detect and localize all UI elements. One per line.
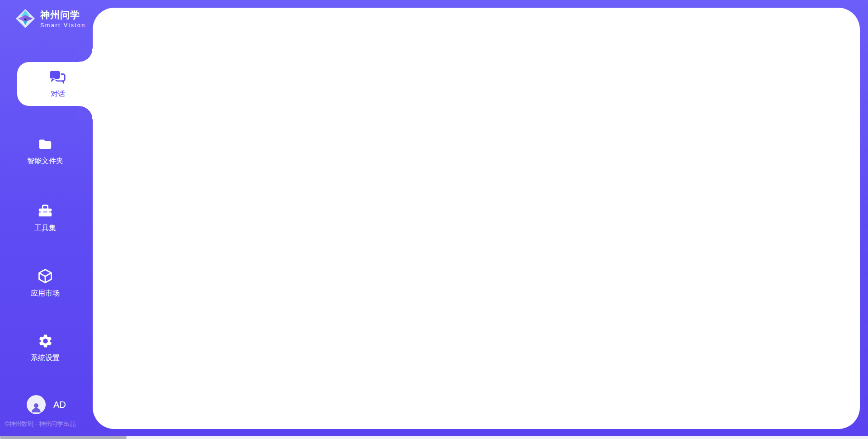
sidebar-item-settings[interactable]: 系统设置 <box>0 333 90 363</box>
sidebar-item-label: 工具集 <box>0 224 90 233</box>
cube-icon <box>37 268 53 284</box>
brand-name: 神州问学 <box>40 9 86 21</box>
brand-subtitle: Smart Vision <box>40 22 86 29</box>
brand: 神州问学 Smart Vision <box>15 8 86 29</box>
avatar <box>27 395 46 414</box>
sidebar-item-chat[interactable]: 对话 <box>17 62 99 106</box>
gem-logo-icon <box>15 8 36 29</box>
user-profile[interactable]: AD <box>27 395 66 414</box>
sidebar-item-toolset[interactable]: 工具集 <box>0 204 90 233</box>
sidebar-item-smart-folders[interactable]: 智能文件夹 <box>0 137 90 166</box>
toolbox-icon <box>38 204 53 219</box>
chat-bubbles-icon <box>48 69 67 88</box>
person-avatar-icon <box>29 401 43 414</box>
sidebar-item-label: 应用市场 <box>0 289 90 298</box>
folder-icon <box>38 137 53 152</box>
app-root: 神州问学 Smart Vision 对话 智能文件夹 工具集 <box>0 0 868 439</box>
horizontal-scrollbar[interactable] <box>0 436 868 439</box>
sidebar-item-label: 对话 <box>51 90 65 99</box>
active-tab-fillet-bottom <box>79 106 93 119</box>
sidebar-item-app-market[interactable]: 应用市场 <box>0 268 90 298</box>
scrollbar-thumb[interactable] <box>0 436 127 439</box>
copyright-footer: ©神州数码 · 神州问学出品 <box>5 420 95 428</box>
active-tab-fillet-top <box>79 48 93 62</box>
user-name: AD <box>53 400 66 410</box>
sidebar-item-label: 系统设置 <box>0 353 90 363</box>
main-panel <box>93 8 860 429</box>
gear-icon <box>38 333 53 349</box>
sidebar-item-label: 智能文件夹 <box>0 157 90 166</box>
